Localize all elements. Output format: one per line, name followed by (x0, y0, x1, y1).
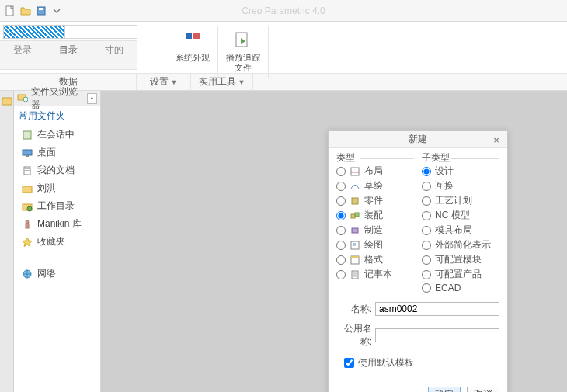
use-default-template[interactable]: 使用默认模板 (329, 352, 507, 373)
address-field[interactable] (3, 25, 65, 39)
svg-rect-3 (186, 33, 192, 39)
type-manufacturing[interactable]: 制造 (336, 223, 414, 238)
common-name-input[interactable] (375, 328, 499, 342)
type-label: 零件 (364, 194, 383, 207)
nav-item-in-session[interactable]: 在会话中 (14, 126, 100, 144)
subtype-external-simplified[interactable]: 外部简化表示 (422, 238, 499, 252)
sidebar-strip (0, 91, 14, 392)
type-notebook[interactable]: 记事本 (336, 267, 414, 282)
common-name-label: 公用名称: (336, 322, 372, 349)
ribbon-group-label: 系统外观 (176, 53, 210, 63)
manufacturing-icon (350, 225, 360, 236)
nav-item-working-dir[interactable]: 工作目录 (14, 197, 100, 215)
session-icon (22, 130, 33, 140)
nav-item-desktop[interactable]: 桌面 (14, 144, 100, 161)
nav-item-favorites[interactable]: 收藏夹 (14, 233, 100, 251)
ribbon: 系统外观 播放追踪 文件 登录 目录 寸的 数据 设置▼ 实用工具▼ (0, 22, 567, 91)
subtype-config-product[interactable]: 可配置产品 (422, 267, 499, 282)
save-icon[interactable] (34, 4, 48, 18)
type-format[interactable]: 格式 (336, 252, 414, 267)
svg-rect-9 (23, 131, 31, 139)
svg-rect-24 (355, 213, 359, 217)
play-trace-icon (231, 28, 255, 51)
ribbon-group-trace[interactable]: 播放追踪 文件 (218, 26, 269, 78)
subtype-label: 外部简化表示 (435, 238, 491, 252)
subtype-process[interactable]: 工艺计划 (422, 193, 499, 208)
nav-item-label: 我的文档 (37, 164, 75, 177)
name-label: 名称: (336, 303, 372, 316)
notebook-icon (350, 269, 360, 280)
ribbon-nav-dims[interactable]: 寸的 (91, 41, 137, 69)
nav-item-network[interactable]: 网络 (14, 265, 100, 283)
subtype-config-module[interactable]: 可配置模块 (422, 252, 499, 267)
nav-item-label: 收藏夹 (37, 235, 65, 248)
subtype-label: ECAD (435, 283, 461, 293)
app-title: Creo Parametric 4.0 (242, 5, 325, 16)
close-icon[interactable]: × (490, 134, 503, 146)
appearance-icon (181, 28, 204, 51)
type-sketch[interactable]: 草绘 (336, 179, 414, 193)
folder-browser-icon (17, 92, 28, 105)
type-label: 装配 (364, 209, 383, 222)
address-bar (0, 22, 137, 42)
subtype-fieldset: 子类型 设计 互换 工艺计划 NC 模型 模具布局 外部简化表示 可配置模块 可… (422, 154, 499, 294)
quick-access-toolbar (3, 4, 64, 18)
cancel-button[interactable]: 取消 (467, 387, 499, 392)
nav-item-label: Manikin 库 (37, 217, 82, 231)
ok-button-label: 确定 (435, 388, 454, 393)
type-part[interactable]: 零件 (336, 193, 414, 208)
desktop-icon (22, 147, 33, 158)
ribbon-group-appearance[interactable]: 系统外观 (168, 26, 218, 78)
subtype-interchange[interactable]: 互换 (422, 179, 499, 193)
ribbon-nav-catalog[interactable]: 目录 (46, 41, 92, 69)
subtype-label: 设计 (435, 165, 454, 178)
ribbon-bottom-label: 设置 (150, 75, 169, 88)
caret-icon: ▼ (238, 78, 245, 86)
subtype-label: NC 模型 (435, 209, 470, 222)
ok-button[interactable]: 确定 (428, 387, 461, 392)
subtype-label: 互换 (435, 179, 454, 193)
address-rest (65, 25, 137, 39)
svg-rect-21 (351, 168, 359, 175)
type-layout[interactable]: 布局 (336, 164, 414, 179)
strip-folder-icon[interactable] (2, 95, 12, 106)
type-assembly[interactable]: 装配 (336, 208, 414, 223)
ribbon-nav-login[interactable]: 登录 (0, 41, 46, 69)
qat-caret-icon[interactable] (50, 4, 64, 18)
subtype-design[interactable]: 设计 (422, 164, 499, 179)
use-default-template-checkbox[interactable] (344, 358, 354, 368)
nav-item-manikin[interactable]: Manikin 库 (14, 215, 100, 233)
part-icon (350, 196, 360, 206)
subtype-label: 可配置模块 (435, 253, 482, 266)
type-label: 布局 (364, 165, 383, 178)
nav-panel: 文件夹浏览器 • 常用文件夹 在会话中 桌面 我的文档 刘洪 工作目录 Mani… (14, 91, 101, 392)
svg-rect-29 (351, 256, 359, 258)
sketch-icon (350, 181, 360, 192)
ribbon-bottom-settings[interactable]: 设置▼ (137, 74, 191, 90)
ribbon-bottom-utilities[interactable]: 实用工具▼ (191, 74, 253, 90)
subtype-ncmodel[interactable]: NC 模型 (422, 208, 499, 223)
type-label: 格式 (364, 253, 383, 266)
type-legend: 类型 (336, 151, 355, 165)
title-bar: Creo Parametric 4.0 (0, 0, 567, 22)
drawing-icon (350, 240, 360, 251)
name-input[interactable] (375, 302, 499, 316)
subtype-mold[interactable]: 模具布局 (422, 223, 499, 238)
nav-item-my-documents[interactable]: 我的文档 (14, 161, 100, 179)
type-label: 草绘 (364, 179, 383, 193)
ribbon-bottom-row: 数据 设置▼ 实用工具▼ (0, 73, 567, 90)
pin-button[interactable]: • (87, 93, 97, 104)
svg-rect-25 (352, 228, 358, 233)
subtype-label: 模具布局 (435, 224, 472, 237)
open-folder-icon[interactable] (19, 4, 33, 18)
ribbon-group-label: 播放追踪 文件 (226, 53, 260, 73)
nav-item-user[interactable]: 刘洪 (14, 179, 100, 197)
svg-rect-6 (2, 98, 12, 105)
caret-icon: ▼ (171, 78, 178, 86)
svg-rect-11 (26, 155, 29, 157)
type-drawing[interactable]: 绘图 (336, 238, 414, 252)
new-file-icon[interactable] (3, 4, 17, 18)
subtype-ecad[interactable]: ECAD (422, 282, 499, 294)
dialog-title-bar[interactable]: 新建 × (329, 131, 507, 148)
manikin-icon (22, 219, 33, 230)
